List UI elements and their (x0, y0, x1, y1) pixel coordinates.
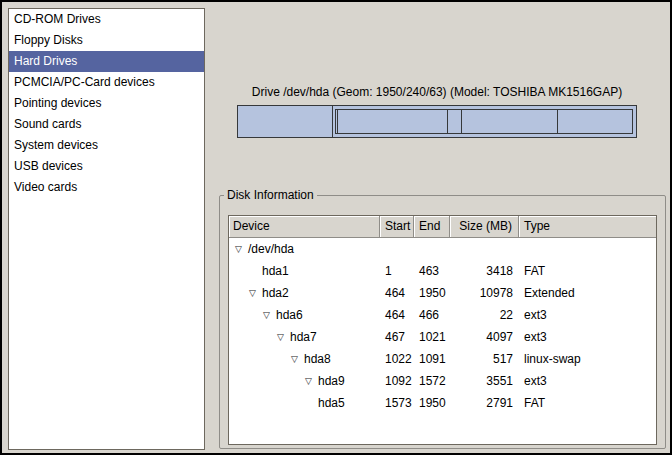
extended-partition-region (335, 109, 633, 134)
table-row-hda7[interactable]: ▽hda746710214097ext3 (229, 326, 656, 348)
hardware-browser-window: CD-ROM DrivesFloppy DisksHard DrivesPCMC… (0, 0, 672, 455)
end-cell: 1572 (414, 370, 450, 392)
end-cell: 1091 (414, 348, 450, 370)
start-cell: 464 (380, 304, 414, 326)
type-cell: ext3 (519, 370, 656, 392)
device-label: hda7 (290, 326, 317, 348)
device-cell: ▽hda8 (229, 348, 380, 370)
device-cell: hda1 (229, 260, 380, 282)
sidebar-item-pointing-devices[interactable]: Pointing devices (9, 93, 204, 114)
size-cell: 517 (450, 348, 519, 370)
start-cell: 467 (380, 326, 414, 348)
device-label: hda8 (304, 348, 331, 370)
end-cell: 463 (414, 260, 450, 282)
expander-icon[interactable]: ▽ (305, 370, 318, 392)
column-header-type[interactable]: Type (519, 216, 656, 238)
table-row-hda8[interactable]: ▽hda810221091517linux-swap (229, 348, 656, 370)
sidebar-item-cd-rom-drives[interactable]: CD-ROM Drives (9, 9, 204, 30)
sidebar-item-sound-cards[interactable]: Sound cards (9, 114, 204, 135)
device-label: hda1 (262, 260, 289, 282)
expander-icon[interactable]: ▽ (263, 304, 276, 326)
column-header-end[interactable]: End (414, 216, 450, 238)
device-label: /dev/hda (248, 238, 294, 260)
end-cell: 466 (414, 304, 450, 326)
start-cell: 1022 (380, 348, 414, 370)
start-cell: 1573 (380, 392, 414, 414)
device-cell: ▽hda6 (229, 304, 380, 326)
start-cell (380, 238, 414, 260)
end-cell: 1021 (414, 326, 450, 348)
table-row-hda9[interactable]: ▽hda9109215723551ext3 (229, 370, 656, 392)
device-cell: ▽hda2 (229, 282, 380, 304)
sidebar-item-pcmcia-pc-card-devices[interactable]: PCMCIA/PC-Card devices (9, 72, 204, 93)
size-cell: 4097 (450, 326, 519, 348)
column-header-device[interactable]: Device (229, 216, 380, 238)
disk-table: DeviceStartEndSize (MB)Type ▽/dev/hdahda… (228, 215, 657, 445)
logical-partition-divider (461, 110, 462, 133)
disk-table-body: ▽/dev/hdahda114633418FAT▽hda246419501097… (229, 238, 656, 414)
device-cell: ▽hda9 (229, 370, 380, 392)
primary-partition-divider (332, 106, 333, 137)
device-cell: ▽/dev/hda (229, 238, 380, 260)
expander-icon[interactable]: ▽ (249, 282, 262, 304)
drive-geometry-label: Drive /dev/hda (Geom: 1950/240/63) (Mode… (207, 85, 667, 99)
device-label: hda9 (318, 370, 345, 392)
type-cell: Extended (519, 282, 656, 304)
logical-partition-divider (447, 110, 448, 133)
type-cell: FAT (519, 392, 656, 414)
column-header-size-mb-[interactable]: Size (MB) (450, 216, 519, 238)
type-cell (519, 238, 656, 260)
size-cell: 10978 (450, 282, 519, 304)
sidebar-item-video-cards[interactable]: Video cards (9, 177, 204, 198)
end-cell: 1950 (414, 282, 450, 304)
start-cell: 1 (380, 260, 414, 282)
type-cell: ext3 (519, 304, 656, 326)
device-label: hda5 (318, 392, 345, 414)
device-label: hda6 (276, 304, 303, 326)
device-cell: ▽hda7 (229, 326, 380, 348)
type-cell: ext3 (519, 326, 656, 348)
type-cell: FAT (519, 260, 656, 282)
table-row-hda5[interactable]: hda5157319502791FAT (229, 392, 656, 414)
size-cell: 2791 (450, 392, 519, 414)
table-row-hda1[interactable]: hda114633418FAT (229, 260, 656, 282)
expander-icon[interactable]: ▽ (277, 326, 290, 348)
column-header-start[interactable]: Start (380, 216, 414, 238)
expander-icon[interactable]: ▽ (235, 238, 248, 260)
type-cell: linux-swap (519, 348, 656, 370)
sidebar-item-system-devices[interactable]: System devices (9, 135, 204, 156)
disk-information-frame-label: Disk Information (224, 188, 317, 202)
device-label: hda2 (262, 282, 289, 304)
size-cell: 3551 (450, 370, 519, 392)
device-cell: hda5 (229, 392, 380, 414)
sidebar-item-hard-drives[interactable]: Hard Drives (9, 51, 204, 72)
device-category-list: CD-ROM DrivesFloppy DisksHard DrivesPCMC… (8, 8, 205, 450)
logical-partition-divider (557, 110, 558, 133)
size-cell (450, 238, 519, 260)
sidebar-item-usb-devices[interactable]: USB devices (9, 156, 204, 177)
end-cell (414, 238, 450, 260)
table-row--dev-hda[interactable]: ▽/dev/hda (229, 238, 656, 260)
start-cell: 1092 (380, 370, 414, 392)
disk-information-frame: Disk Information DeviceStartEndSize (MB)… (219, 188, 666, 449)
size-cell: 3418 (450, 260, 519, 282)
size-cell: 22 (450, 304, 519, 326)
logical-partition-divider (337, 110, 338, 133)
start-cell: 464 (380, 282, 414, 304)
disk-table-header: DeviceStartEndSize (MB)Type (229, 216, 656, 238)
expander-icon[interactable]: ▽ (291, 348, 304, 370)
table-row-hda2[interactable]: ▽hda2464195010978Extended (229, 282, 656, 304)
partition-bar (237, 105, 637, 138)
table-row-hda6[interactable]: ▽hda646446622ext3 (229, 304, 656, 326)
end-cell: 1950 (414, 392, 450, 414)
sidebar-item-floppy-disks[interactable]: Floppy Disks (9, 30, 204, 51)
